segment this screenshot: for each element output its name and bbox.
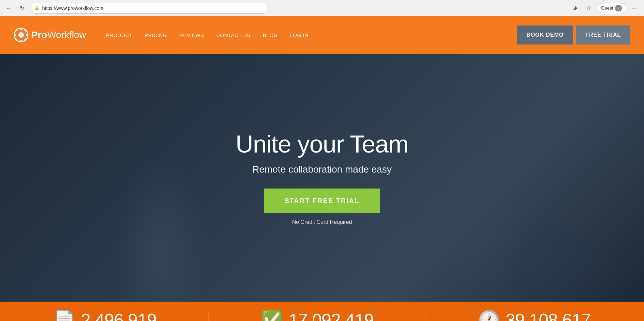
- url-text: https://www.proworkflow.com: [42, 5, 103, 11]
- hero-subtitle: Remote collaboration made easy: [236, 164, 409, 175]
- nav-login[interactable]: LOG IN: [284, 32, 315, 38]
- stat-item-projects: 📄 2,496,919: [53, 309, 156, 321]
- logo-link[interactable]: ProWorkflow: [14, 28, 86, 42]
- guest-avatar: ?: [615, 5, 622, 12]
- hours-icon: 🕐: [478, 309, 500, 321]
- tasks-count: 17,092,419: [288, 310, 374, 321]
- guest-label: Guest: [601, 5, 613, 11]
- no-credit-card-text: No Credit Card Required: [236, 219, 409, 225]
- nav-reviews[interactable]: REVIEWS: [173, 32, 210, 38]
- lock-icon: 🔒: [34, 6, 39, 11]
- guest-profile-button[interactable]: Guest ?: [597, 3, 626, 13]
- nav-contact[interactable]: CONTACT US: [210, 32, 257, 38]
- projects-count: 2,496,919: [81, 310, 156, 321]
- back-button[interactable]: ←: [4, 3, 14, 13]
- hero-content: Unite your Team Remote collaboration mad…: [236, 130, 409, 225]
- stat-item-hours: 🕐 39,108,617: [478, 309, 591, 321]
- svg-point-1: [18, 32, 24, 38]
- svg-rect-4: [14, 34, 16, 36]
- logo-text: ProWorkflow: [31, 30, 86, 40]
- nav-links: PRODUCT PRICING REVIEWS CONTACT US BLOG …: [100, 32, 517, 38]
- projects-icon: 📄: [53, 309, 76, 321]
- hero-title: Unite your Team: [236, 130, 409, 158]
- tasks-icon: ✅: [261, 309, 283, 321]
- reload-button[interactable]: ↻: [17, 3, 27, 13]
- browser-chrome: ← ↻ 🔒 https://www.proworkflow.com 🕪 ☆ Gu…: [0, 0, 644, 16]
- stat-divider-1: [209, 310, 209, 321]
- hours-count: 39,108,617: [506, 310, 591, 321]
- browser-right-icons: 🕪 ☆ Guest ? ⋯: [569, 3, 640, 14]
- free-trial-button[interactable]: FREE TRIAL: [576, 25, 630, 44]
- book-demo-button[interactable]: BOOK DEMO: [517, 25, 573, 44]
- logo-icon: [14, 28, 29, 42]
- nav-actions: BOOK DEMO FREE TRIAL: [517, 25, 630, 44]
- nav-pricing[interactable]: PRICING: [138, 32, 173, 38]
- nav-product[interactable]: PRODUCT: [100, 32, 138, 38]
- address-bar[interactable]: 🔒 https://www.proworkflow.com: [30, 3, 268, 14]
- stats-bar: 📄 2,496,919 ✅ 17,092,419 🕐 39,108,617: [0, 302, 644, 321]
- logo-bold: Pro: [31, 30, 47, 40]
- favorites-button[interactable]: ☆: [583, 3, 594, 14]
- nav-blog[interactable]: BLOG: [257, 32, 284, 38]
- hero-section: Unite your Team Remote collaboration mad…: [0, 54, 644, 302]
- more-options-button[interactable]: ⋯: [629, 3, 640, 14]
- svg-rect-2: [20, 28, 22, 30]
- stat-divider-2: [426, 310, 426, 321]
- svg-rect-5: [26, 34, 28, 36]
- read-aloud-button[interactable]: 🕪: [569, 3, 580, 14]
- svg-rect-3: [20, 40, 22, 42]
- start-free-trial-button[interactable]: START FREE TRIAL: [264, 189, 380, 213]
- navbar: ProWorkflow PRODUCT PRICING REVIEWS CONT…: [0, 16, 644, 54]
- stat-item-tasks: ✅ 17,092,419: [261, 309, 374, 321]
- logo-regular: Workflow: [47, 30, 86, 40]
